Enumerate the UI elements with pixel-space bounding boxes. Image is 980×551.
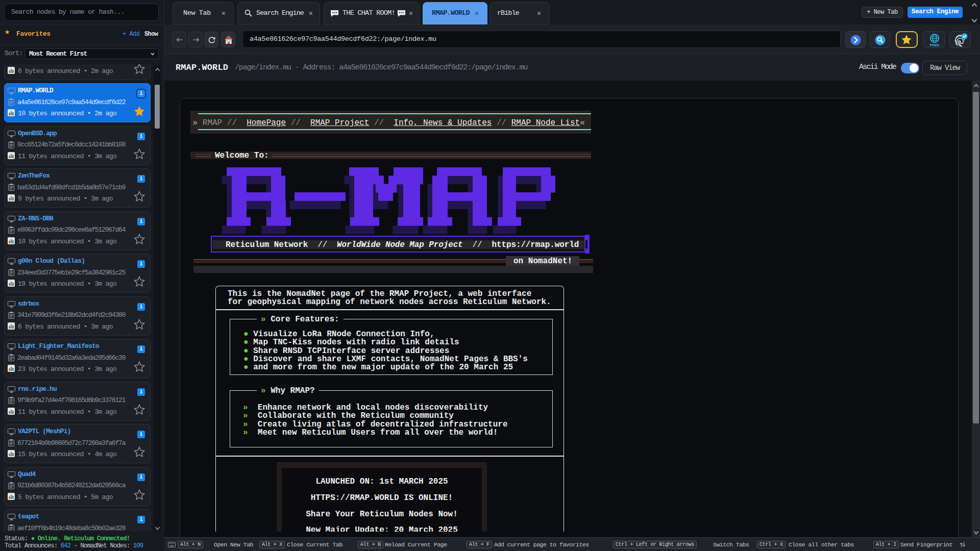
svg-text:PING: PING bbox=[930, 43, 940, 47]
